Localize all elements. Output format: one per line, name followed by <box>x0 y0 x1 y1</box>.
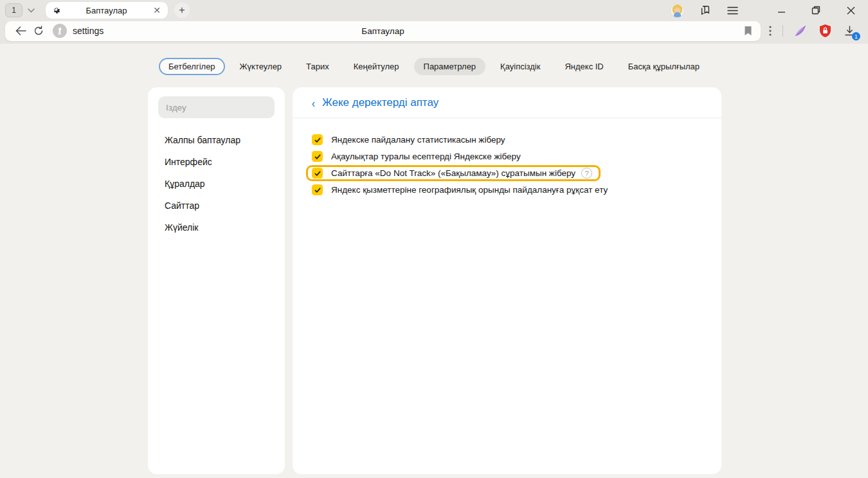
checkbox-checked-icon[interactable] <box>312 151 323 162</box>
address-bar-right <box>739 22 757 39</box>
option-row-3: Яндекс қызметтеріне географиялық орынды … <box>306 182 616 198</box>
checkbox-checked-icon[interactable] <box>312 134 323 145</box>
address-bar[interactable]: settings Баптаулар <box>5 21 761 41</box>
settings-main-panel: ‹ Жеке деректерді аптау Яндекске пайдала… <box>293 87 721 474</box>
settings-nav-tab-6[interactable]: Яндекс ID <box>555 58 613 75</box>
options-list: Яндекске пайдалану статистикасын жіберуА… <box>293 118 721 199</box>
protect-shield-icon[interactable] <box>817 22 833 39</box>
reload-icon[interactable] <box>30 22 48 39</box>
option-row-0: Яндекске пайдалану статистикасын жіберу <box>306 132 514 148</box>
settings-nav-tab-0[interactable]: Бетбелгілер <box>159 58 225 75</box>
toolbar: settings Баптаулар <box>0 21 868 44</box>
tab-counter-button[interactable]: 1 <box>5 3 23 17</box>
search-input[interactable] <box>158 96 275 118</box>
tab-strip: 1 Баптаулар ✕ + <box>0 0 868 21</box>
settings-nav-tab-3[interactable]: Кеңейтулер <box>344 58 409 75</box>
option-label: Яндекске пайдалану статистикасын жіберу <box>331 135 505 145</box>
settings-nav-tab-7[interactable]: Басқа құрылғылар <box>619 58 709 75</box>
settings-page: БетбелгілерЖүктеулерТарихКеңейтулерПарам… <box>0 44 868 478</box>
gear-icon <box>52 6 62 15</box>
window-close-icon[interactable] <box>845 4 856 16</box>
tab-close-icon[interactable]: ✕ <box>151 4 163 16</box>
settings-nav-tab-2[interactable]: Тарих <box>296 58 339 75</box>
url-text: settings <box>73 26 104 36</box>
minimize-icon[interactable] <box>775 4 787 16</box>
sidebar-item-0[interactable]: Жалпы баптаулар <box>158 132 275 148</box>
option-label: Ақаулықтар туралы есептерді Яндекске жіб… <box>331 152 521 161</box>
new-tab-button[interactable]: + <box>174 3 190 18</box>
sidebar-item-1[interactable]: Интерфейс <box>158 154 275 170</box>
settings-sidebar: Жалпы баптауларИнтерфейсҚұралдарСайттарЖ… <box>148 87 285 474</box>
back-chevron-icon: ‹ <box>312 97 315 109</box>
section-title: Жеке деректерді аптау <box>322 96 439 109</box>
settings-nav-tab-4[interactable]: Параметрлер <box>414 58 486 75</box>
active-tab[interactable]: Баптаулар ✕ <box>46 2 168 19</box>
bookmark-icon[interactable] <box>739 22 757 39</box>
chevron-down-icon[interactable] <box>23 3 39 17</box>
more-options-icon[interactable] <box>763 22 777 39</box>
cards-row: Жалпы баптауларИнтерфейсҚұралдарСайттарЖ… <box>148 87 868 474</box>
side-panels-icon[interactable] <box>700 4 711 16</box>
tabstrip-right <box>671 4 862 17</box>
sidebar-item-4[interactable]: Жүйелік <box>158 220 275 235</box>
option-label: Сайттарға «Do Not Track» («Бақыламау») с… <box>331 168 575 178</box>
extension-feather-icon[interactable] <box>792 22 809 39</box>
restore-icon[interactable] <box>810 4 822 16</box>
checkbox-checked-icon[interactable] <box>312 168 323 179</box>
toolbar-after: 1 <box>763 22 862 39</box>
profile-avatar[interactable] <box>671 4 684 17</box>
download-icon[interactable]: 1 <box>841 22 858 39</box>
option-row-2: Сайттарға «Do Not Track» («Бақыламау») с… <box>306 165 601 181</box>
menu-icon[interactable] <box>727 4 738 16</box>
settings-nav-tab-1[interactable]: Жүктеулер <box>230 58 292 75</box>
window-controls <box>775 4 856 16</box>
settings-nav: БетбелгілерЖүктеулерТарихКеңейтулерПарам… <box>0 58 868 75</box>
checkbox-checked-icon[interactable] <box>312 184 323 195</box>
sidebar-item-2[interactable]: Құралдар <box>158 176 275 191</box>
browser-window: 1 Баптаулар ✕ + <box>0 0 868 478</box>
sidebar-item-3[interactable]: Сайттар <box>158 198 275 213</box>
sidebar-items: Жалпы баптауларИнтерфейсҚұралдарСайттарЖ… <box>158 132 275 235</box>
option-row-1: Ақаулықтар туралы есептерді Яндекске жіб… <box>306 148 529 164</box>
help-icon[interactable]: ? <box>581 168 592 179</box>
back-icon[interactable] <box>12 22 30 39</box>
tab-title: Баптаулар <box>62 6 151 15</box>
download-badge: 1 <box>852 32 860 40</box>
toolbar-divider <box>782 25 783 37</box>
settings-nav-tab-5[interactable]: Қауіпсіздік <box>491 58 550 75</box>
address-bar-page-title: Баптаулар <box>5 26 761 36</box>
option-label: Яндекс қызметтеріне географиялық орынды … <box>331 185 608 195</box>
site-badge-icon[interactable] <box>53 24 67 38</box>
section-back-link[interactable]: ‹ Жеке деректерді аптау <box>293 87 721 118</box>
